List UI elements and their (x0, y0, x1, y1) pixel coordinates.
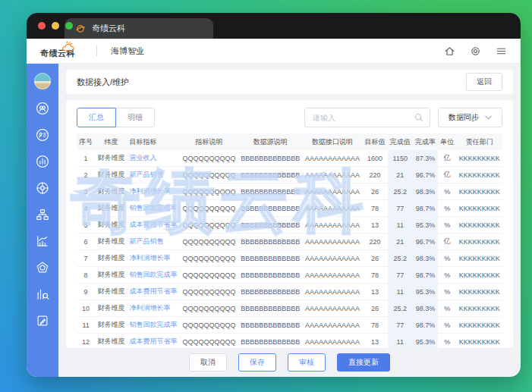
cell-rate: 98.3% (413, 250, 438, 267)
cell-indicator[interactable]: 净利润增长率 (127, 300, 181, 317)
cell-completed: 77 (388, 267, 413, 284)
cell-interface_desc: AAAAAAAAAAAA (303, 150, 363, 167)
minimize-window-button[interactable] (52, 22, 59, 30)
cell-indicator[interactable]: 成本费用节省率 (127, 284, 181, 300)
cell-indicator[interactable]: 销售回款完成率 (127, 317, 181, 334)
cell-target: 78 (362, 200, 387, 217)
cell-seq: 11 (77, 317, 95, 334)
table-row: 3财务维度净利润增长率QQQQQQQQQQBBBBBBBBBBBBBAAAAAA… (77, 183, 502, 200)
sidebar-team-icon[interactable] (35, 101, 50, 116)
cell-seq: 9 (77, 284, 95, 300)
cell-rate: 87.3% (413, 150, 438, 167)
table-row: 7财务维度净利润增长率QQQQQQQQQQBBBBBBBBBBBBBAAAAAA… (77, 250, 502, 267)
table-head: 序号纬度目标指标指标说明数据源说明数据接口说明目标值完成值完成率单位责任部门 (77, 133, 502, 150)
home-icon[interactable] (444, 45, 455, 57)
user-avatar[interactable] (34, 73, 51, 89)
view-tabs: 汇总明细 (77, 108, 155, 127)
sidebar-globe-icon[interactable] (35, 180, 50, 196)
sidebar-edit-icon[interactable] (35, 313, 50, 328)
cell-indicator[interactable]: 净利润增长率 (127, 250, 181, 267)
menu-icon[interactable] (496, 45, 507, 57)
window-titlebar: 奇绩云科 (27, 13, 521, 39)
cell-target: 13 (362, 334, 387, 349)
cell-dimension: 财务维度 (95, 217, 127, 234)
cell-indicator_desc: QQQQQQQQQQ (180, 334, 238, 349)
cell-indicator[interactable]: 新产品销售 (127, 167, 181, 183)
close-window-button[interactable] (38, 22, 46, 30)
browser-window: 奇绩云科 奇绩云科 海博智业 数据接入/维护 返回 (27, 13, 521, 377)
main-area: 数据接入/维护 返回 汇总明细 数据同步 (27, 64, 521, 377)
back-button[interactable]: 返回 (466, 73, 502, 91)
cell-interface_desc: AAAAAAAAAAAA (303, 183, 363, 200)
cell-completed: 11 (388, 217, 413, 234)
cell-target: 1600 (362, 150, 387, 167)
data-sync-label: 数据同步 (449, 112, 479, 123)
cell-unit: 亿 (438, 167, 456, 183)
sidebar-pentagon-icon[interactable] (35, 260, 50, 275)
cell-interface_desc: AAAAAAAAAAAA (303, 200, 363, 217)
sidebar-trend-chart-icon[interactable] (35, 234, 50, 249)
cell-department: KKKKKKKKK (456, 284, 502, 300)
cell-interface_desc: AAAAAAAAAAAA (303, 284, 363, 300)
cell-completed: 11 (388, 284, 413, 300)
direct-update-button[interactable]: 直接更新 (337, 353, 390, 372)
cell-indicator[interactable]: 成本费用节省率 (127, 217, 181, 234)
save-button[interactable]: 保存 (238, 353, 276, 372)
column-header-dimension: 纬度 (95, 133, 127, 150)
table-row: 12财务维度成本费用节省率QQQQQQQQQQBBBBBBBBBBBBBAAAA… (77, 334, 502, 349)
tab-detail[interactable]: 明细 (115, 108, 155, 127)
cell-target: 13 (362, 217, 387, 234)
cell-rate: 96.7% (413, 167, 438, 183)
app-logo[interactable]: 奇绩云科 (40, 43, 75, 59)
sidebar-contacts-icon[interactable] (35, 127, 50, 143)
cell-indicator[interactable]: 销售回款完成率 (127, 267, 181, 284)
table-row: 1财务维度营业收入QQQQQQQQQQBBBBBBBBBBBBBAAAAAAAA… (77, 150, 502, 167)
app-header: 奇绩云科 海博智业 (27, 39, 521, 64)
brand-planet-icon (75, 24, 86, 34)
cell-indicator[interactable]: 净利润增长率 (127, 183, 181, 200)
cell-department: KKKKKKKKK (456, 150, 502, 167)
tab-summary[interactable]: 汇总 (77, 108, 116, 127)
cell-indicator[interactable]: 营业收入 (127, 150, 181, 167)
cell-rate: 98.7% (413, 267, 438, 284)
cell-dimension: 财务维度 (95, 167, 127, 183)
maximize-window-button[interactable] (65, 22, 73, 30)
sidebar-analytics-search-icon[interactable] (35, 287, 50, 302)
org-name: 海博智业 (111, 45, 144, 57)
cell-rate: 98.7% (413, 317, 438, 334)
cell-indicator_desc: QQQQQQQQQQ (180, 284, 238, 300)
table-row: 8财务维度销售回款完成率QQQQQQQQQQBBBBBBBBBBBBBAAAAA… (77, 267, 502, 284)
cell-department: KKKKKKKKK (456, 217, 502, 234)
cell-source_desc: BBBBBBBBBBBBB (238, 284, 303, 300)
cell-source_desc: BBBBBBBBBBBBB (238, 234, 303, 250)
cell-indicator_desc: QQQQQQQQQQ (180, 317, 238, 334)
column-header-rate: 完成率 (413, 133, 438, 150)
logo-cloud-icon (60, 40, 86, 54)
cell-indicator[interactable]: 新产品销售 (127, 234, 181, 250)
cancel-button[interactable]: 取消 (189, 353, 227, 372)
cell-indicator_desc: QQQQQQQQQQ (180, 167, 238, 183)
sidebar-bar-chart-icon[interactable] (35, 154, 50, 169)
cell-indicator[interactable]: 销售回款完成率 (127, 200, 181, 217)
cell-rate: 98.3% (413, 183, 438, 200)
cell-completed: 77 (388, 200, 413, 217)
cell-target: 78 (362, 317, 387, 334)
browser-tab[interactable]: 奇绩云科 (65, 18, 213, 39)
cell-seq: 7 (77, 250, 95, 267)
cell-indicator[interactable]: 成本费用节省率 (127, 334, 181, 349)
cell-interface_desc: AAAAAAAAAAAA (303, 234, 363, 250)
data-sync-button[interactable]: 数据同步 (438, 108, 502, 127)
cell-unit: % (438, 217, 456, 234)
content-area: 数据接入/维护 返回 汇总明细 数据同步 (58, 64, 521, 377)
cell-department: KKKKKKKKK (456, 334, 502, 349)
cell-target: 13 (362, 284, 387, 300)
sidebar-org-chart-icon[interactable] (35, 207, 50, 222)
cell-completed: 25.2 (388, 183, 413, 200)
review-button[interactable]: 审核 (288, 353, 326, 372)
search-input[interactable] (311, 113, 414, 123)
cell-dimension: 财务维度 (95, 183, 127, 200)
tab-title: 奇绩云科 (92, 23, 125, 34)
settings-icon[interactable] (470, 45, 481, 57)
cell-dimension: 财务维度 (95, 300, 127, 317)
cell-target: 220 (362, 167, 387, 183)
